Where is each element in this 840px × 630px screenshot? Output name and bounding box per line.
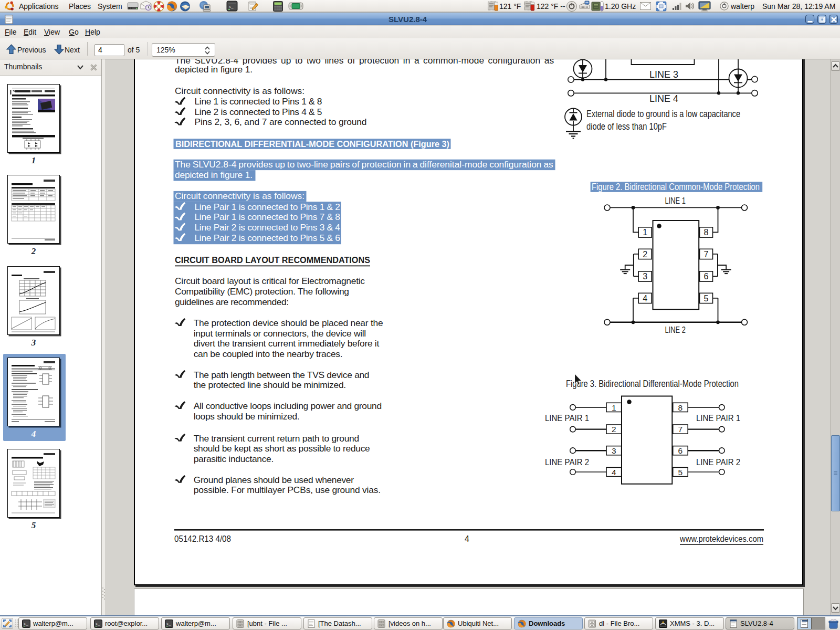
svg-text:LINE PAIR 2: LINE PAIR 2 <box>696 458 740 467</box>
svg-text:the protected line should be m: the protected line should be minimized. <box>194 380 346 390</box>
svg-text:1: 1 <box>612 403 616 412</box>
svg-text:Line 2 is connected to Pins 4: Line 2 is connected to Pins 4 & 5 <box>195 107 322 117</box>
svg-text:4: 4 <box>612 468 616 477</box>
svg-text:guidelines are recommended:: guidelines are recommended: <box>175 297 289 307</box>
svg-text:should be kept as short as pos: should be kept as short as possible to r… <box>194 443 370 454</box>
svg-text:5: 5 <box>704 294 709 303</box>
svg-text:6: 6 <box>704 272 709 281</box>
svg-text:2: 2 <box>643 250 647 259</box>
svg-text:can be coupled into the nearby: can be coupled into the nearby traces. <box>194 349 343 359</box>
svg-text:Figure 3. Bidirectional Diffe: Figure 3. Bidirectional Differential-Mod… <box>566 379 739 389</box>
svg-text:BIDIRECTIONAL DIFFERENTIAL-MOD: BIDIRECTIONAL DIFFERENTIAL-MODE CONFIGUR… <box>175 139 449 149</box>
svg-text:8: 8 <box>704 228 709 237</box>
svg-text:4: 4 <box>643 294 647 303</box>
svg-text:All conductive loops including: All conductive loops including power and… <box>194 401 382 411</box>
svg-text:LINE PAIR 1: LINE PAIR 1 <box>696 414 740 423</box>
svg-text:7: 7 <box>678 425 683 434</box>
svg-text:8: 8 <box>678 403 683 412</box>
svg-text:LINE 1: LINE 1 <box>665 196 686 205</box>
svg-text:loops should be minimized.: loops should be minimized. <box>194 411 300 422</box>
svg-text:diode of less than 10pF: diode of less than 10pF <box>586 121 667 132</box>
svg-text:LINE 3: LINE 3 <box>649 69 678 80</box>
svg-text:Line 1 is connected to Pins 1: Line 1 is connected to Pins 1 & 8 <box>195 96 322 107</box>
svg-text:divert the transient current i: divert the transient current immediately… <box>194 338 380 349</box>
svg-text:05142.R13 4/08: 05142.R13 4/08 <box>174 534 231 543</box>
svg-text:The transient current return p: The transient current return path to gro… <box>194 433 359 444</box>
svg-text:Circuit connectivity is as fol: Circuit connectivity is as follows: <box>175 191 304 201</box>
svg-text:LINE PAIR 2: LINE PAIR 2 <box>545 458 589 467</box>
svg-text:>_: >_ <box>229 5 234 9</box>
svg-text:Pins 2, 3, 6, and 7 are connec: Pins 2, 3, 6, and 7 are connected to gro… <box>195 117 367 127</box>
svg-text:LINE 4: LINE 4 <box>649 93 678 104</box>
svg-text:Line Pair 2 is connected to Pi: Line Pair 2 is connected to Pins 5 & 6 <box>195 233 341 243</box>
svg-text:depicted in figure 1.: depicted in figure 1. <box>175 64 253 75</box>
svg-text:6: 6 <box>678 446 683 455</box>
svg-text:External diode to ground is a: External diode to ground is a low capaci… <box>586 109 740 119</box>
svg-text:5: 5 <box>678 468 683 477</box>
svg-text:input terminals or connectors,: input terminals or connectors, the devic… <box>194 328 366 339</box>
svg-text:The SLVU2.8-4 provides up to t: The SLVU2.8-4 provides up to two-line pa… <box>175 159 553 170</box>
svg-text:3: 3 <box>643 272 647 281</box>
svg-text:4: 4 <box>465 534 469 543</box>
svg-text:Line Pair 1 is connected to Pi: Line Pair 1 is connected to Pins 1 & 2 <box>195 202 341 212</box>
svg-text:Ground planes should be used w: Ground planes should be used whenever <box>194 475 354 485</box>
svg-text:LINE PAIR 1: LINE PAIR 1 <box>545 414 589 423</box>
svg-text:LINE 2: LINE 2 <box>665 325 686 334</box>
svg-text:depicted in figure 1.: depicted in figure 1. <box>175 170 253 180</box>
svg-text:Compatibility (EMC) protection: Compatibility (EMC) protection. The foll… <box>175 286 349 297</box>
svg-text:7: 7 <box>704 250 709 259</box>
svg-text:parasitic inductance.: parasitic inductance. <box>194 454 274 464</box>
svg-text:Line Pair 1 is connected to Pi: Line Pair 1 is connected to Pins 7 & 8 <box>195 212 341 222</box>
svg-text:Circuit board layout is critic: Circuit board layout is critical for Ele… <box>175 276 365 286</box>
svg-text:CIRCUIT BOARD LAYOUT RECOMMEND: CIRCUIT BOARD LAYOUT RECOMMENDATIONS <box>175 255 370 265</box>
svg-text:1: 1 <box>643 228 647 237</box>
svg-text:2: 2 <box>612 425 616 434</box>
svg-text:Line Pair 2 is connected to Pi: Line Pair 2 is connected to Pins 3 & 4 <box>195 222 341 233</box>
svg-text:3: 3 <box>612 446 616 455</box>
svg-text:www.protekdevices.com: www.protekdevices.com <box>679 534 763 543</box>
svg-text:Circuit connectivity is as fol: Circuit connectivity is as follows: <box>175 86 304 96</box>
svg-text:The protection device should b: The protection device should be placed n… <box>194 318 383 328</box>
svg-text:Figure 2. Bidirectional Commo: Figure 2. Bidirectional Common-Mode Prot… <box>592 182 760 192</box>
svg-text:The path length between the TV: The path length between the TVS device a… <box>194 370 370 380</box>
svg-text:possible. For multilayer PCBs: possible. For multilayer PCBs, use groun… <box>194 485 381 495</box>
